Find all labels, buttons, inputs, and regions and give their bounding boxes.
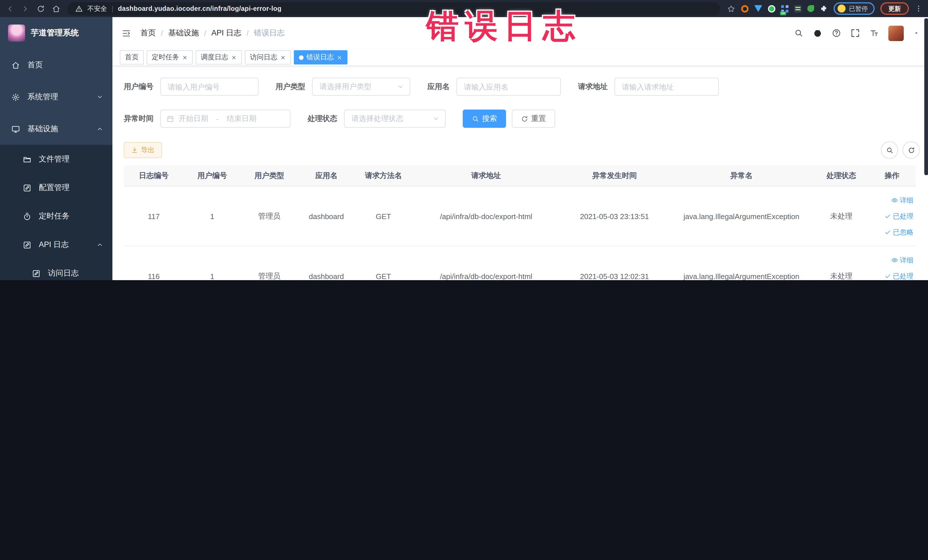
cell-process-status: 未处理	[814, 246, 868, 280]
edit-icon	[23, 183, 31, 192]
cell-user-type: 管理员	[241, 186, 298, 246]
exception-time-range-picker[interactable]: 开始日期 - 结束日期	[160, 110, 290, 128]
breadcrumb-infra[interactable]: 基础设施	[168, 28, 199, 38]
search-icon	[886, 146, 893, 154]
cell-app-name: dashboard	[298, 186, 355, 246]
close-icon[interactable]	[231, 55, 237, 60]
emoji-icon	[838, 5, 846, 12]
address-bar[interactable]: 不安全 | dashboard.yudao.iocoder.cn/infra/l…	[67, 2, 720, 15]
sidebar-item-scheduled-jobs[interactable]: 定时任务	[0, 202, 112, 230]
table-body: 117 1 管理员 dashboard GET /api/infra/db-do…	[124, 186, 916, 280]
user-type-select[interactable]: 请选择用户类型	[312, 78, 410, 96]
browser-forward-icon[interactable]	[21, 4, 30, 13]
request-url-label: 请求地址	[578, 82, 607, 92]
breadcrumb: 首页 / 基础设施 / API 日志 / 错误日志	[140, 28, 285, 38]
process-status-select[interactable]: 请选择处理状态	[344, 110, 446, 128]
breadcrumb-home[interactable]: 首页	[140, 28, 156, 38]
bookmark-star-icon[interactable]	[727, 4, 736, 13]
search-form: 用户编号 用户类型 请选择用户类型 应用名 请求地址 异常时间	[112, 66, 928, 128]
browser-home-icon[interactable]	[52, 4, 61, 13]
sidebar-item-api-log[interactable]: API 日志	[0, 230, 112, 259]
user-avatar[interactable]	[888, 25, 904, 41]
cell-request-url: /api/infra/db-doc/export-html	[412, 246, 560, 280]
extensions-puzzle-icon[interactable]	[820, 5, 828, 12]
cell-exception-time: 2021-05-03 23:13:51	[560, 186, 669, 246]
breadcrumb-api-log[interactable]: API 日志	[211, 28, 241, 38]
security-label: 不安全	[87, 4, 107, 13]
calendar-icon	[166, 115, 174, 122]
chevron-up-icon	[96, 241, 103, 248]
tab-scheduled-jobs[interactable]: 定时任务	[147, 50, 193, 64]
action-processed-link[interactable]: 已处理	[884, 211, 913, 221]
action-detail-link[interactable]: 详细	[891, 255, 913, 265]
extension-icon-shield[interactable]	[754, 5, 762, 12]
tab-error-log[interactable]: 错误日志	[294, 50, 348, 64]
browser-menu-icon[interactable]	[914, 5, 923, 12]
cell-request-url: /api/infra/db-doc/export-html	[412, 186, 560, 246]
sidebar: 芋道管理系统 首页 系统管理 基础设施 文件管理	[0, 17, 112, 280]
screen: 不安全 | dashboard.yudao.iocoder.cn/infra/l…	[0, 0, 928, 280]
select-caret-icon	[397, 83, 404, 90]
check-icon	[884, 273, 891, 279]
export-button[interactable]: 导出	[124, 142, 162, 158]
github-icon[interactable]	[813, 29, 822, 38]
header-actions	[794, 25, 919, 41]
action-ignored-link[interactable]: 已忽略	[884, 227, 913, 237]
paused-badge[interactable]: 已暂停	[833, 2, 875, 15]
tab-home[interactable]: 首页	[120, 50, 144, 64]
monitor-icon	[11, 125, 20, 133]
browser-back-icon[interactable]	[6, 4, 14, 13]
check-icon	[884, 229, 891, 236]
browser-reload-icon[interactable]	[37, 4, 45, 13]
extension-icon-green[interactable]	[768, 5, 775, 12]
sidebar-item-system[interactable]: 系统管理	[0, 81, 112, 113]
page-scrollbar[interactable]	[924, 17, 928, 280]
cell-actions: 详细 已处理 已忽略	[868, 246, 916, 280]
cell-log-id: 116	[124, 246, 184, 280]
close-icon[interactable]	[182, 55, 188, 60]
user-menu-caret-icon[interactable]	[913, 30, 919, 36]
update-button[interactable]: 更新	[881, 2, 909, 15]
sidebar-item-home[interactable]: 首页	[0, 49, 112, 81]
header-search-icon[interactable]	[794, 29, 803, 38]
tab-access-log[interactable]: 访问日志	[245, 50, 291, 64]
refresh-icon	[907, 146, 915, 154]
help-icon[interactable]	[832, 29, 841, 38]
scrollbar-thumb[interactable]	[924, 18, 928, 175]
main-area: 首页 / 基础设施 / API 日志 / 错误日志	[112, 17, 928, 280]
action-detail-link[interactable]: 详细	[891, 195, 913, 205]
app-name-label: 应用名	[427, 82, 450, 92]
refresh-table-button[interactable]	[903, 142, 920, 159]
col-actions: 操作	[868, 165, 916, 186]
font-size-icon[interactable]	[870, 29, 879, 38]
download-icon	[131, 146, 138, 154]
search-button[interactable]: 搜索	[463, 110, 506, 128]
sidebar-item-file-mgmt[interactable]: 文件管理	[0, 145, 112, 174]
cell-user-type: 管理员	[241, 246, 298, 280]
sidebar-item-config-mgmt[interactable]: 配置管理	[0, 174, 112, 202]
extension-icon-grid[interactable]: on	[781, 5, 789, 12]
app-name-input[interactable]	[456, 78, 561, 96]
user-id-input[interactable]	[160, 78, 258, 96]
extension-icon-leaf[interactable]	[807, 5, 814, 12]
sidebar-item-access-log[interactable]: 访问日志	[0, 259, 112, 280]
filter-row-1: 用户编号 用户类型 请选择用户类型 应用名 请求地址	[124, 78, 928, 96]
cell-exception-time: 2021-05-03 12:02:31	[560, 246, 669, 280]
tab-dispatch-log[interactable]: 调度日志	[196, 50, 242, 64]
sidebar-item-infra[interactable]: 基础设施	[0, 113, 112, 145]
fullscreen-icon[interactable]	[851, 29, 860, 38]
col-app-name: 应用名	[298, 165, 355, 186]
action-processed-link[interactable]: 已处理	[884, 271, 913, 280]
col-request-url: 请求地址	[412, 165, 560, 186]
tag-view-bar: 首页 定时任务 调度日志 访问日志 错误日志	[112, 49, 928, 66]
request-url-input[interactable]	[615, 78, 719, 96]
extension-icon-list[interactable]	[794, 5, 801, 12]
extension-icon-orange[interactable]	[741, 5, 749, 12]
home-icon	[11, 61, 20, 69]
app-logo-row[interactable]: 芋道管理系统	[0, 17, 112, 49]
toggle-search-button[interactable]	[881, 142, 898, 159]
close-icon[interactable]	[337, 55, 342, 60]
close-icon[interactable]	[280, 55, 286, 60]
reset-button[interactable]: 重置	[512, 110, 555, 128]
sidebar-fold-icon[interactable]	[122, 28, 131, 38]
